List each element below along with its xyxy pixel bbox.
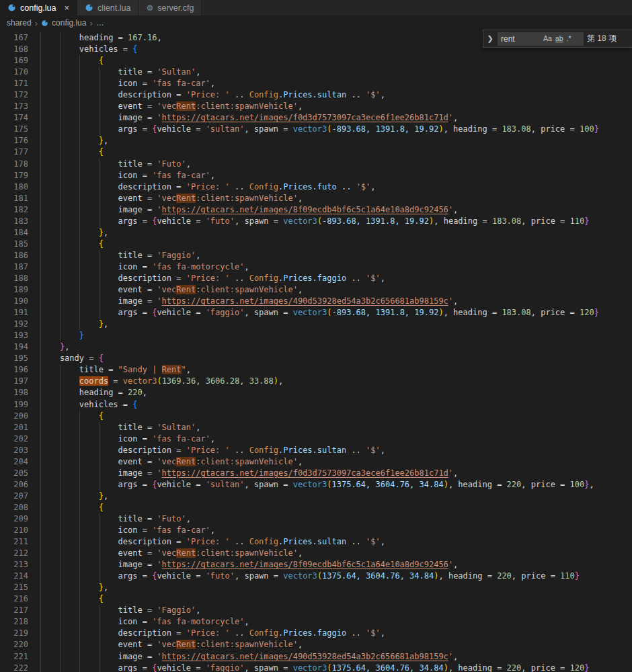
regex-button[interactable]: .* <box>567 35 571 42</box>
line-number[interactable]: 209 <box>0 513 28 525</box>
line-number[interactable]: 181 <box>0 193 28 204</box>
line-number[interactable]: 193 <box>0 330 28 341</box>
line-number[interactable]: 179 <box>0 170 28 181</box>
code-line-189[interactable]: 189event = 'vecRent:client:spawnVehicle'… <box>0 284 632 296</box>
line-number[interactable]: 188 <box>0 273 28 284</box>
line-number[interactable]: 169 <box>0 55 28 67</box>
line-number[interactable]: 202 <box>0 433 28 445</box>
code-line-207[interactable]: 207}, <box>0 491 632 502</box>
url-link[interactable]: https://gtacars.net/images/f0d3d7573097c… <box>162 113 448 122</box>
toggle-replace-chevron-icon[interactable]: ❯ <box>486 34 494 43</box>
line-number[interactable]: 196 <box>0 364 28 376</box>
code-line-176[interactable]: 176}, <box>0 135 632 146</box>
line-number[interactable]: 182 <box>0 204 28 216</box>
line-number[interactable]: 216 <box>0 593 28 605</box>
code-line-192[interactable]: 192}, <box>0 319 632 330</box>
line-number[interactable]: 174 <box>0 112 28 124</box>
match-case-button[interactable]: Aa <box>543 35 552 42</box>
code-line-221[interactable]: 221image = 'https://gtacars.net/images/4… <box>0 651 632 663</box>
line-number[interactable]: 208 <box>0 502 28 513</box>
code-line-169[interactable]: 169{ <box>0 55 632 67</box>
code-line-177[interactable]: 177{ <box>0 146 632 158</box>
code-line-202[interactable]: 202icon = 'fas fa-car', <box>0 433 632 445</box>
code-line-187[interactable]: 187icon = 'fas fa-motorcycle', <box>0 261 632 273</box>
code-line-197[interactable]: 197coords = vector3(1369.36, 3606.28, 33… <box>0 376 632 387</box>
line-number[interactable]: 214 <box>0 571 28 582</box>
line-number[interactable]: 217 <box>0 605 28 616</box>
line-number[interactable]: 191 <box>0 307 28 319</box>
code-line-198[interactable]: 198heading = 220, <box>0 387 632 398</box>
line-number[interactable]: 167 <box>0 32 28 44</box>
line-number[interactable]: 197 <box>0 376 28 387</box>
code-line-185[interactable]: 185{ <box>0 239 632 250</box>
code-line-213[interactable]: 213image = 'https://gtacars.net/images/8… <box>0 559 632 571</box>
url-link[interactable]: https://gtacars.net/images/8f09ecdb4bf6c… <box>162 560 448 569</box>
code-line-219[interactable]: 219description = 'Price: ' .. Config.Pri… <box>0 628 632 639</box>
code-line-201[interactable]: 201title = 'Sultan', <box>0 422 632 433</box>
code-line-215[interactable]: 215}, <box>0 582 632 593</box>
whole-word-button[interactable]: ab <box>555 35 563 43</box>
line-number[interactable]: 189 <box>0 284 28 296</box>
line-number[interactable]: 187 <box>0 261 28 273</box>
code-line-203[interactable]: 203description = 'Price: ' .. Config.Pri… <box>0 445 632 456</box>
code-line-171[interactable]: 171icon = 'fas fa-car', <box>0 78 632 89</box>
line-number[interactable]: 210 <box>0 525 28 536</box>
line-number[interactable]: 207 <box>0 491 28 502</box>
code-line-175[interactable]: 175args = {vehicle = 'sultan', spawn = v… <box>0 124 632 135</box>
code-line-211[interactable]: 211description = 'Price: ' .. Config.Pri… <box>0 536 632 548</box>
code-line-210[interactable]: 210icon = 'fas fa-car', <box>0 525 632 536</box>
code-line-217[interactable]: 217title = 'Faggio', <box>0 605 632 616</box>
code-line-214[interactable]: 214args = {vehicle = 'futo', spawn = vec… <box>0 571 632 582</box>
line-number[interactable]: 205 <box>0 468 28 479</box>
code-line-180[interactable]: 180description = 'Price: ' .. Config.Pri… <box>0 181 632 193</box>
code-line-181[interactable]: 181event = 'vecRent:client:spawnVehicle'… <box>0 193 632 204</box>
line-number[interactable]: 215 <box>0 582 28 593</box>
code-line-194[interactable]: 194}, <box>0 341 632 353</box>
code-line-195[interactable]: 195sandy = { <box>0 353 632 364</box>
code-line-174[interactable]: 174image = 'https://gtacars.net/images/f… <box>0 112 632 124</box>
code-line-178[interactable]: 178title = 'Futo', <box>0 159 632 170</box>
code-line-191[interactable]: 191args = {vehicle = 'faggio', spawn = v… <box>0 307 632 319</box>
line-number[interactable]: 221 <box>0 651 28 663</box>
line-number[interactable]: 175 <box>0 124 28 135</box>
code-line-170[interactable]: 170title = 'Sultan', <box>0 67 632 78</box>
breadcrumb-item-file[interactable]: config.lua <box>52 18 86 28</box>
code-line-196[interactable]: 196title = "Sandy | Rent", <box>0 364 632 376</box>
code-line-209[interactable]: 209title = 'Futo', <box>0 513 632 525</box>
line-number[interactable]: 198 <box>0 387 28 398</box>
line-number[interactable]: 194 <box>0 341 28 353</box>
code-line-179[interactable]: 179icon = 'fas fa-car', <box>0 170 632 181</box>
code-line-212[interactable]: 212event = 'vecRent:client:spawnVehicle'… <box>0 548 632 559</box>
line-number[interactable]: 222 <box>0 663 28 672</box>
code-line-205[interactable]: 205image = 'https://gtacars.net/images/f… <box>0 468 632 479</box>
code-line-188[interactable]: 188description = 'Price: ' .. Config.Pri… <box>0 273 632 284</box>
code-line-208[interactable]: 208{ <box>0 502 632 513</box>
code-line-216[interactable]: 216{ <box>0 593 632 605</box>
line-number[interactable]: 192 <box>0 319 28 330</box>
line-number[interactable]: 190 <box>0 296 28 307</box>
line-number[interactable]: 178 <box>0 159 28 170</box>
tab-client-lua[interactable]: client.lua <box>77 0 139 15</box>
breadcrumb-item-shared[interactable]: shared <box>7 18 32 28</box>
line-number[interactable]: 204 <box>0 456 28 468</box>
url-link[interactable]: https://gtacars.net/images/490d53928ed54… <box>162 652 448 661</box>
line-number[interactable]: 171 <box>0 78 28 89</box>
close-icon[interactable]: × <box>65 3 70 13</box>
line-number[interactable]: 173 <box>0 101 28 112</box>
find-input[interactable] <box>501 34 540 44</box>
line-number[interactable]: 211 <box>0 536 28 548</box>
line-number[interactable]: 172 <box>0 89 28 101</box>
line-number[interactable]: 170 <box>0 67 28 78</box>
code-line-222[interactable]: 222args = {vehicle = 'faggio', spawn = v… <box>0 663 632 672</box>
url-link[interactable]: https://gtacars.net/images/8f09ecdb4bf6c… <box>162 205 448 214</box>
tab-server-cfg[interactable]: ⚙ server.cfg <box>139 0 202 15</box>
code-line-199[interactable]: 199vehicles = { <box>0 399 632 411</box>
line-number[interactable]: 212 <box>0 548 28 559</box>
line-number[interactable]: 186 <box>0 250 28 261</box>
code-line-206[interactable]: 206args = {vehicle = 'sultan', spawn = v… <box>0 479 632 491</box>
line-number[interactable]: 203 <box>0 445 28 456</box>
line-number[interactable]: 183 <box>0 216 28 227</box>
code-line-220[interactable]: 220event = 'vecRent:client:spawnVehicle'… <box>0 639 632 650</box>
line-number[interactable]: 177 <box>0 146 28 158</box>
line-number[interactable]: 180 <box>0 181 28 193</box>
